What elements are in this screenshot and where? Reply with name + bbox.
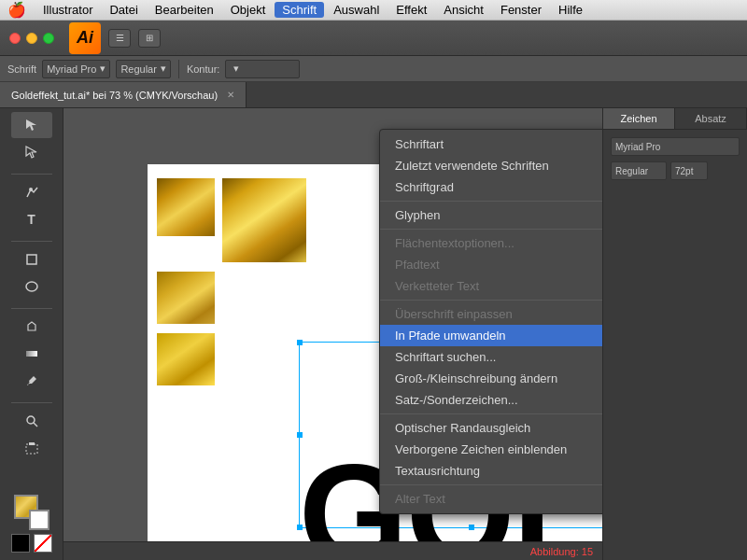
titlebar: Ai ☰ ⊞: [0, 21, 747, 56]
gold-square-3: [157, 272, 215, 324]
none-swatches: [11, 534, 52, 553]
panel-font-pt[interactable]: 72pt: [670, 161, 708, 180]
document-tab[interactable]: Goldeffekt_tut.ai* bei 73 % (CMYK/Vorsch…: [0, 82, 247, 107]
ellipse-tool[interactable]: [11, 273, 52, 300]
gradient-tool[interactable]: [11, 341, 52, 367]
menu-schriftgrad[interactable]: Schriftgrad ▶: [380, 176, 602, 198]
window-button[interactable]: ⊞: [138, 29, 161, 48]
stroke-swatch[interactable]: [11, 534, 30, 553]
menu-gross-klein[interactable]: Groß-/Kleinschreibung ändern ▶: [380, 368, 602, 389]
direct-selection-tool[interactable]: [11, 139, 52, 165]
tab-absatz[interactable]: Absatz: [675, 108, 747, 129]
menu-schriftart-suchen-label: Schriftart suchen...: [395, 350, 496, 364]
menu-pfadtext: Pfadtext ▶: [380, 254, 602, 275]
menu-flaechentextoptionen: Flächentextoptionen...: [380, 232, 602, 254]
shape-tools: [0, 246, 63, 300]
menu-sep-1: [380, 201, 602, 202]
close-button[interactable]: [9, 33, 21, 44]
tool-sep-2: [11, 241, 52, 242]
pen-tool[interactable]: [11, 179, 52, 205]
gold-square-4-placeholder: [222, 272, 280, 324]
menubar-effekt[interactable]: Effekt: [388, 2, 434, 18]
menu-zuletzt[interactable]: Zuletzt verwendete Schriften ▶: [380, 155, 602, 176]
menu-verborgene-label: Verborgene Zeichen einblenden: [395, 442, 567, 456]
menu-optischer-rand-label: Optischer Randausgleich: [395, 421, 530, 435]
toolbox: T: [0, 108, 63, 560]
menu-verketteter-text: Verketteter Text ▶: [380, 275, 602, 297]
schrift-label: Schrift: [7, 63, 36, 75]
right-panel: Zeichen Absatz Myriad Pro Regular 72pt: [602, 108, 747, 560]
panel-font-size[interactable]: Regular: [611, 161, 667, 180]
optionsbar: Schrift Myriad Pro ▾ Regular ▾ Kontur: ▾: [0, 56, 747, 82]
content-row: T: [0, 108, 747, 560]
menu-schriftgrad-label: Schriftgrad: [395, 180, 454, 194]
menu-textausrichtung[interactable]: Textausrichtung ▶: [380, 460, 602, 482]
gold-square-1: [157, 178, 215, 236]
font-dropdown[interactable]: Myriad Pro ▾: [42, 60, 110, 78]
eyedropper-tool[interactable]: [11, 368, 52, 394]
paintbucket-tool[interactable]: [11, 314, 52, 340]
menu-ueberschrift: Überschrift einpassen: [380, 303, 602, 325]
arrange-button[interactable]: ☰: [108, 29, 131, 48]
type-tool[interactable]: T: [11, 206, 52, 232]
color-swatches: [11, 495, 52, 553]
menu-schriftart-suchen[interactable]: Schriftart suchen...: [380, 346, 602, 368]
svg-line-5: [34, 423, 37, 427]
menu-ueberschrift-label: Überschrift einpassen: [395, 307, 513, 321]
handle-tl[interactable]: [297, 340, 303, 345]
tab-close-icon[interactable]: ✕: [227, 90, 234, 100]
menu-glyphen-label: Glyphen: [395, 208, 440, 222]
menubar-hilfe[interactable]: Hilfe: [551, 2, 590, 18]
menu-verborgene-zeichen[interactable]: Verborgene Zeichen einblenden ⌥⌘I: [380, 439, 602, 460]
menu-sep-3: [380, 300, 602, 301]
menubar-ansicht[interactable]: Ansicht: [436, 2, 491, 18]
pen-tools: T: [0, 179, 63, 232]
menu-zuletzt-label: Zuletzt verwendete Schriften: [395, 159, 549, 173]
fg-bg-swatches[interactable]: [14, 495, 49, 530]
paint-tools: [0, 314, 63, 394]
menu-optischer-rand[interactable]: Optischer Randausgleich: [380, 417, 602, 439]
tab-zeichen[interactable]: Zeichen: [603, 108, 675, 129]
menu-schriftart[interactable]: Schriftart ▶: [380, 133, 602, 155]
kontur-dropdown[interactable]: ▾: [225, 60, 300, 78]
gold-square-2: [222, 178, 306, 262]
menubar-bearbeiten[interactable]: Bearbeiten: [148, 2, 221, 18]
panel-font-family[interactable]: Myriad Pro: [611, 137, 740, 156]
svg-rect-1: [27, 255, 36, 264]
traffic-lights: [9, 33, 54, 44]
tool-sep-3: [11, 308, 52, 309]
font-size-row: Regular 72pt: [611, 161, 740, 180]
selection-tool[interactable]: [11, 112, 52, 138]
tabbar: Goldeffekt_tut.ai* bei 73 % (CMYK/Vorsch…: [0, 82, 747, 108]
menu-glyphen[interactable]: Glyphen: [380, 204, 602, 226]
menubar: 🍎 Illustrator Datei Bearbeiten Objekt Sc…: [0, 0, 747, 21]
schrift-menu: Schriftart ▶ Zuletzt verwendete Schrifte…: [379, 129, 602, 514]
menu-sep-4: [380, 413, 602, 414]
svg-point-4: [27, 416, 35, 424]
apple-menu[interactable]: 🍎: [7, 1, 26, 19]
menubar-schrift[interactable]: Schrift: [275, 2, 324, 18]
background-swatch[interactable]: [29, 510, 49, 530]
menubar-illustrator[interactable]: Illustrator: [35, 2, 100, 18]
menubar-auswahl[interactable]: Auswahl: [326, 2, 387, 18]
menubar-objekt[interactable]: Objekt: [223, 2, 274, 18]
menu-in-pfade-umwandeln[interactable]: In Pfade umwandeln ⇧⌘O: [380, 325, 602, 346]
menubar-fenster[interactable]: Fenster: [493, 2, 549, 18]
maximize-button[interactable]: [43, 33, 54, 44]
artboard-tool[interactable]: [11, 435, 52, 461]
menu-satz-sonder[interactable]: Satz-/Sonderzeichen...: [380, 389, 602, 411]
tool-sep-4: [11, 402, 52, 403]
menu-alter-text: Alter Text ▶: [380, 488, 602, 510]
zoom-tool[interactable]: [11, 408, 52, 434]
svg-point-0: [29, 188, 33, 191]
selection-tools: [0, 112, 63, 165]
font-style-dropdown[interactable]: Regular ▾: [116, 60, 171, 78]
canvas-content[interactable]: GOLD Schriftart ▶ Zuletzt verwendete Sch…: [63, 108, 602, 541]
minimize-button[interactable]: [26, 33, 37, 44]
view-tools: [0, 408, 63, 461]
fill-swatch[interactable]: [34, 534, 52, 553]
menubar-datei[interactable]: Datei: [102, 2, 145, 18]
rectangle-tool[interactable]: [11, 246, 52, 273]
gold-square-5: [157, 333, 215, 385]
menu-pfadtext-label: Pfadtext: [395, 258, 440, 272]
